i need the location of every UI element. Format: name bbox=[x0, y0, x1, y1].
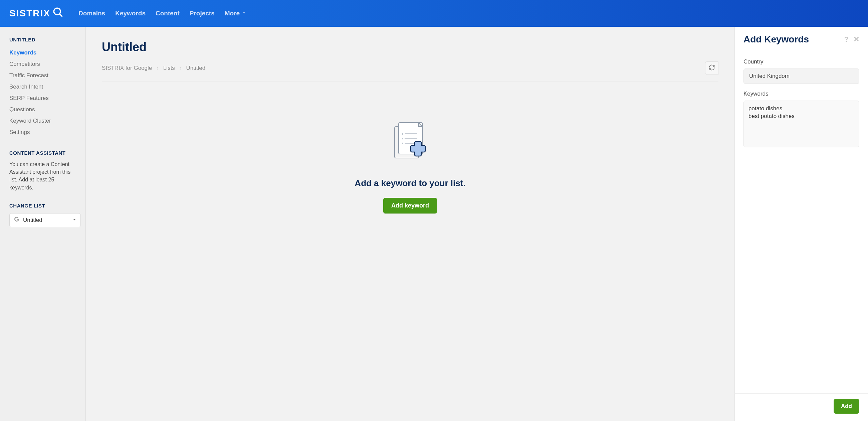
breadcrumb-current: Untitled bbox=[186, 65, 206, 72]
panel-title: Add Keywords bbox=[743, 34, 809, 45]
sidebar-item-keywords[interactable]: Keywords bbox=[9, 47, 76, 58]
nav-more[interactable]: More bbox=[225, 10, 246, 17]
help-icon[interactable]: ? bbox=[844, 35, 849, 44]
page-title: Untitled bbox=[102, 40, 718, 54]
panel-body: Country United Kingdom Keywords bbox=[735, 51, 868, 393]
svg-rect-7 bbox=[405, 138, 417, 139]
content-assistant-title: CONTENT ASSISTANT bbox=[9, 150, 76, 156]
nav-keywords-label: Keywords bbox=[115, 10, 146, 17]
sidebar-item-label: Search Intent bbox=[9, 84, 43, 90]
sidebar-item-keyword-cluster[interactable]: Keyword Cluster bbox=[9, 115, 76, 127]
sidebar-item-search-intent[interactable]: Search Intent bbox=[9, 81, 76, 92]
breadcrumb-lists[interactable]: Lists bbox=[163, 65, 175, 72]
nav-projects[interactable]: Projects bbox=[190, 10, 215, 17]
sidebar-item-label: Keyword Cluster bbox=[9, 118, 51, 124]
chevron-right-icon: › bbox=[157, 65, 159, 72]
empty-state-text: Add a keyword to your list. bbox=[354, 178, 465, 189]
chevron-right-icon: › bbox=[180, 65, 182, 72]
sidebar-item-label: Competitors bbox=[9, 61, 40, 67]
sidebar-item-label: Questions bbox=[9, 106, 35, 113]
sidebar-item-traffic-forecast[interactable]: Traffic Forecast bbox=[9, 70, 76, 81]
country-select[interactable]: United Kingdom bbox=[743, 68, 859, 84]
add-keywords-panel: Add Keywords ? ✕ Country United Kingdom … bbox=[735, 27, 868, 421]
sidebar-item-label: Traffic Forecast bbox=[9, 72, 49, 79]
sidebar-item-label: SERP Features bbox=[9, 95, 49, 101]
breadcrumb-root[interactable]: SISTRIX for Google bbox=[102, 65, 152, 72]
sidebar-item-label: Keywords bbox=[9, 50, 36, 56]
sidebar-item-settings[interactable]: Settings bbox=[9, 127, 76, 138]
chevron-down-icon bbox=[72, 217, 76, 223]
svg-rect-9 bbox=[405, 143, 415, 144]
svg-rect-5 bbox=[405, 133, 417, 134]
google-icon bbox=[14, 216, 20, 224]
svg-point-6 bbox=[402, 138, 403, 139]
svg-point-8 bbox=[402, 143, 403, 144]
chevron-down-icon bbox=[242, 10, 246, 17]
country-label: Country bbox=[743, 58, 859, 65]
breadcrumb-actions bbox=[705, 61, 718, 75]
nav-keywords[interactable]: Keywords bbox=[115, 10, 146, 17]
brand-text: SISTRIX bbox=[9, 8, 51, 19]
nav-content-label: Content bbox=[156, 10, 180, 17]
close-icon[interactable]: ✕ bbox=[853, 35, 859, 44]
change-list-title: CHANGE LIST bbox=[9, 203, 76, 208]
sidebar-item-label: Settings bbox=[9, 129, 30, 135]
layout: UNTITLED Keywords Competitors Traffic Fo… bbox=[0, 27, 868, 421]
svg-line-1 bbox=[59, 14, 62, 17]
sidebar-item-questions[interactable]: Questions bbox=[9, 104, 76, 115]
sidebar-item-serp-features[interactable]: SERP Features bbox=[9, 92, 76, 104]
breadcrumb: SISTRIX for Google › Lists › Untitled bbox=[102, 61, 718, 82]
document-plus-icon bbox=[385, 119, 435, 170]
topnav: Domains Keywords Content Projects More bbox=[79, 10, 246, 17]
panel-header: Add Keywords ? ✕ bbox=[735, 27, 868, 51]
main-content: Untitled SISTRIX for Google › Lists › Un… bbox=[86, 27, 735, 421]
nav-domains-label: Domains bbox=[79, 10, 105, 17]
change-list-select[interactable]: Untitled bbox=[9, 213, 81, 227]
change-list-selected: Untitled bbox=[23, 217, 42, 224]
sidebar-nav: Keywords Competitors Traffic Forecast Se… bbox=[9, 47, 76, 138]
topbar: SISTRIX Domains Keywords Content Project… bbox=[0, 0, 868, 27]
empty-state: Add a keyword to your list. Add keyword bbox=[102, 119, 718, 214]
country-selected-value: United Kingdom bbox=[749, 73, 789, 80]
keywords-textarea[interactable] bbox=[743, 101, 859, 147]
sidebar-list-title: UNTITLED bbox=[9, 37, 76, 43]
panel-footer: Add bbox=[735, 393, 868, 421]
content-assistant-text: You can create a Content Assistant proje… bbox=[9, 160, 76, 192]
svg-point-0 bbox=[54, 8, 60, 15]
refresh-button[interactable] bbox=[705, 61, 718, 75]
svg-point-4 bbox=[402, 133, 403, 135]
nav-domains[interactable]: Domains bbox=[79, 10, 105, 17]
refresh-icon bbox=[708, 64, 715, 73]
sidebar: UNTITLED Keywords Competitors Traffic Fo… bbox=[0, 27, 86, 421]
add-keyword-button[interactable]: Add keyword bbox=[383, 198, 437, 214]
nav-content[interactable]: Content bbox=[156, 10, 180, 17]
brand-logo[interactable]: SISTRIX bbox=[9, 7, 64, 20]
nav-more-label: More bbox=[225, 10, 240, 17]
search-icon bbox=[53, 7, 64, 20]
add-button[interactable]: Add bbox=[834, 399, 859, 414]
sidebar-item-competitors[interactable]: Competitors bbox=[9, 58, 76, 70]
keywords-label: Keywords bbox=[743, 90, 859, 97]
nav-projects-label: Projects bbox=[190, 10, 215, 17]
